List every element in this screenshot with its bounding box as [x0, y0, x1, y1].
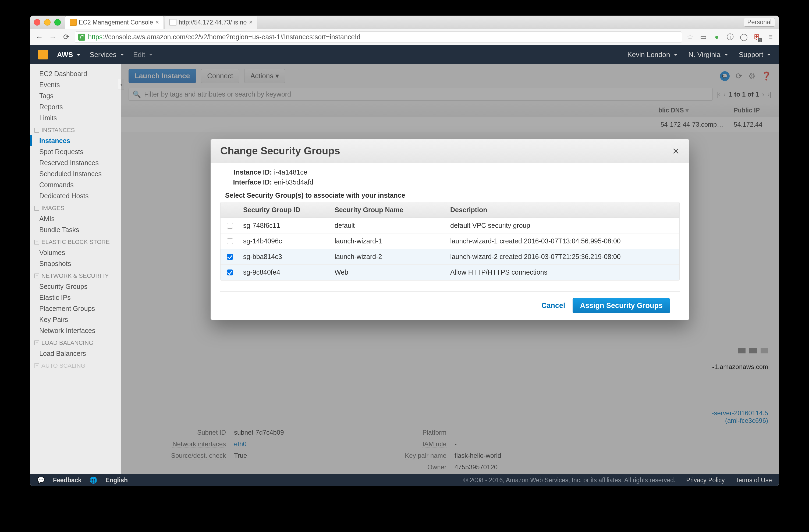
- traffic-lights: [34, 19, 61, 25]
- info-icon[interactable]: ⓘ: [726, 33, 734, 41]
- sg-row[interactable]: sg-bba814c3 launch-wizard-2 launch-wizar…: [221, 249, 679, 265]
- back-button[interactable]: ←: [34, 33, 44, 41]
- sidebar-item-snapshots[interactable]: Snapshots: [30, 258, 121, 269]
- close-icon[interactable]: ✕: [672, 146, 679, 156]
- titlebar: EC2 Management Console ✕ http://54.172.4…: [30, 16, 779, 29]
- language-link[interactable]: English: [105, 477, 128, 484]
- th-sg-desc: Description: [446, 202, 679, 218]
- minimize-window-icon[interactable]: [44, 19, 51, 25]
- url-path: ://console.aws.amazon.com/ec2/v2/home?re…: [102, 33, 360, 41]
- sg-name: launch-wizard-1: [331, 234, 446, 249]
- sidebar-section-network[interactable]: −NETWORK & SECURITY: [30, 269, 121, 281]
- feedback-link[interactable]: Feedback: [53, 477, 82, 484]
- sidebar-item-dedicated[interactable]: Dedicated Hosts: [30, 190, 121, 202]
- sidebar-item-dashboard[interactable]: EC2 Dashboard: [30, 68, 121, 79]
- sidebar-item-reserved[interactable]: Reserved Instances: [30, 157, 121, 168]
- close-tab-icon[interactable]: ✕: [155, 19, 159, 25]
- sidebar-item-lb[interactable]: Load Balancers: [30, 348, 121, 359]
- tab-title: http://54.172.44.73/ is no: [178, 19, 247, 26]
- instance-id-label: Instance ID:: [220, 168, 274, 176]
- sg-name: launch-wizard-2: [331, 249, 446, 264]
- sidebar-item-secgroups[interactable]: Security Groups: [30, 281, 121, 292]
- sidebar-item-volumes[interactable]: Volumes: [30, 247, 121, 258]
- instance-id-line: Instance ID:i-4a1481ce: [220, 167, 679, 177]
- sidebar-item-commands[interactable]: Commands: [30, 179, 121, 190]
- forward-button[interactable]: →: [48, 33, 57, 41]
- region-menu[interactable]: N. Virginia: [688, 51, 728, 59]
- sidebar-item-keypairs[interactable]: Key Pairs: [30, 314, 121, 325]
- sidebar-item-limits[interactable]: Limits: [30, 113, 121, 123]
- section-label: NETWORK & SECURITY: [41, 272, 109, 279]
- footer: 💬 Feedback 🌐 English © 2008 - 2016, Amaz…: [30, 474, 779, 486]
- close-tab-icon[interactable]: ✕: [249, 19, 253, 25]
- profile-badge[interactable]: Personal: [744, 18, 775, 27]
- user-menu[interactable]: Kevin London: [627, 51, 677, 59]
- privacy-link[interactable]: Privacy Policy: [686, 477, 725, 484]
- page-favicon-icon: [169, 19, 176, 26]
- section-label: ELASTIC BLOCK STORE: [41, 239, 110, 245]
- sidebar-section-lb[interactable]: −LOAD BALANCING: [30, 336, 121, 348]
- sidebar-item-reports[interactable]: Reports: [30, 101, 121, 113]
- terms-link[interactable]: Terms of Use: [736, 477, 772, 484]
- onepass-icon[interactable]: ◯: [740, 33, 748, 41]
- modal-instruction: Select Security Group(s) to associate wi…: [220, 187, 679, 202]
- lock-icon: [78, 34, 85, 40]
- url-bar[interactable]: https://console.aws.amazon.com/ec2/v2/ho…: [75, 32, 682, 43]
- sidebar-item-placement[interactable]: Placement Groups: [30, 303, 121, 314]
- menu-icon[interactable]: ≡: [767, 33, 775, 41]
- aws-menu[interactable]: AWS: [57, 51, 81, 59]
- sg-id: sg-9c840fe4: [239, 265, 331, 280]
- interface-id-line: Interface ID:eni-b35d4afd: [220, 177, 679, 187]
- sidebar-item-events[interactable]: Events: [30, 79, 121, 90]
- checkbox[interactable]: [227, 223, 233, 229]
- sg-name: Web: [331, 265, 446, 280]
- cancel-button[interactable]: Cancel: [541, 302, 565, 310]
- modal-title: Change Security Groups: [220, 145, 340, 157]
- sg-id: sg-14b4096c: [239, 234, 331, 249]
- sidebar-section-images[interactable]: −IMAGES: [30, 202, 121, 213]
- sidebar-item-spot[interactable]: Spot Requests: [30, 146, 121, 157]
- bookmark-icon[interactable]: ☆: [686, 33, 694, 41]
- sidebar-item-netif[interactable]: Network Interfaces: [30, 325, 121, 336]
- globe-icon: 🌐: [89, 477, 97, 484]
- sidebar-item-scheduled[interactable]: Scheduled Instances: [30, 168, 121, 179]
- sidebar-section-as[interactable]: −AUTO SCALING: [30, 359, 121, 371]
- assign-security-groups-button[interactable]: Assign Security Groups: [573, 298, 670, 313]
- sg-desc: Allow HTTP/HTTPS connections: [446, 265, 679, 280]
- cast-icon[interactable]: ▭: [699, 33, 707, 41]
- sidebar-item-instances[interactable]: Instances: [30, 135, 121, 146]
- modal-overlay: Change Security Groups ✕ Instance ID:i-4…: [121, 64, 779, 474]
- sg-row[interactable]: sg-748f6c11 default default VPC security…: [221, 218, 679, 234]
- edit-menu[interactable]: Edit: [133, 51, 153, 59]
- browser-window: EC2 Management Console ✕ http://54.172.4…: [30, 16, 779, 486]
- sidebar-item-bundle[interactable]: Bundle Tasks: [30, 224, 121, 235]
- close-window-icon[interactable]: [34, 19, 40, 25]
- reload-button[interactable]: ⟳: [61, 33, 71, 41]
- checkbox[interactable]: [227, 238, 233, 244]
- ublock-icon[interactable]: ⛨1: [753, 33, 761, 41]
- support-menu[interactable]: Support: [739, 51, 771, 59]
- checkbox-checked[interactable]: [227, 254, 233, 260]
- services-menu[interactable]: Services: [89, 51, 124, 59]
- sidebar-section-instances[interactable]: −INSTANCES: [30, 123, 121, 135]
- aws-logo-icon[interactable]: [38, 50, 48, 59]
- sg-row[interactable]: sg-9c840fe4 Web Allow HTTP/HTTPS connect…: [221, 265, 679, 280]
- sidebar-section-ebs[interactable]: −ELASTIC BLOCK STORE: [30, 235, 121, 247]
- sidebar-item-amis[interactable]: AMIs: [30, 213, 121, 224]
- interface-id-label: Interface ID:: [220, 178, 274, 186]
- checkbox-checked[interactable]: [227, 270, 233, 275]
- maximize-window-icon[interactable]: [54, 19, 61, 25]
- content: EC2 Dashboard Events Tags Reports Limits…: [30, 64, 779, 474]
- sidebar-item-tags[interactable]: Tags: [30, 90, 121, 101]
- browser-toolbar: ← → ⟳ https://console.aws.amazon.com/ec2…: [30, 29, 779, 45]
- extension-dot-icon[interactable]: ●: [713, 33, 721, 41]
- sg-row[interactable]: sg-14b4096c launch-wizard-1 launch-wizar…: [221, 234, 679, 249]
- browser-tab-ec2[interactable]: EC2 Management Console ✕: [65, 16, 164, 29]
- sg-id: sg-748f6c11: [239, 218, 331, 233]
- sg-table-header: Security Group ID Security Group Name De…: [221, 202, 679, 218]
- modal-body: Instance ID:i-4a1481ce Interface ID:eni-…: [211, 163, 689, 320]
- security-group-table: Security Group ID Security Group Name De…: [220, 202, 679, 280]
- browser-tab-ip[interactable]: http://54.172.44.73/ is no ✕: [165, 16, 257, 29]
- toolbar-icons: ☆ ▭ ● ⓘ ◯ ⛨1 ≡: [686, 33, 775, 41]
- sidebar-item-eip[interactable]: Elastic IPs: [30, 292, 121, 303]
